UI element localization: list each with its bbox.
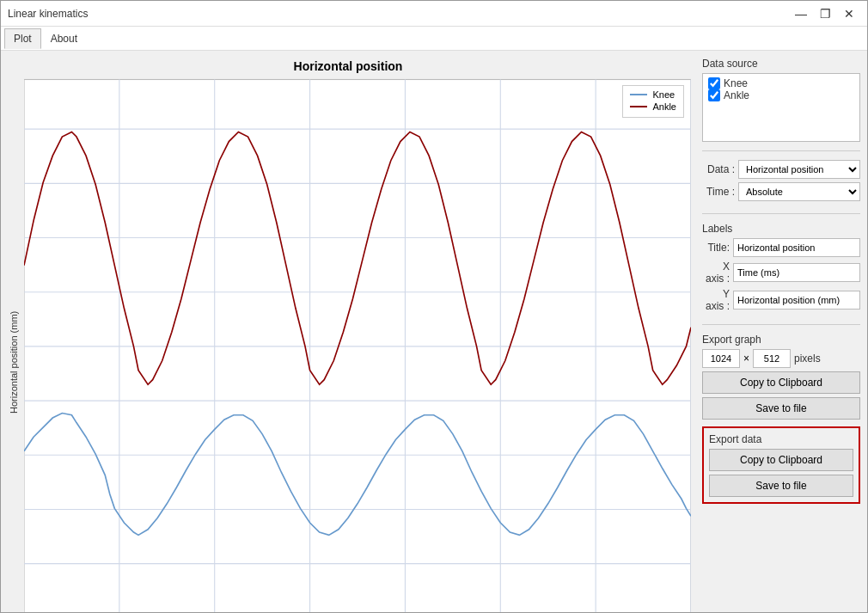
tab-plot[interactable]: Plot (4, 28, 41, 49)
chart-area: Horizontal position Horizontal position … (1, 51, 695, 612)
chart-legend: Knee Ankle (622, 85, 684, 118)
title-bar: Linear kinematics — ❐ ✕ (1, 1, 867, 27)
data-source-section: Data source Knee Ankle (702, 58, 860, 142)
maximize-button[interactable]: ❐ (814, 5, 836, 22)
knee-checkbox-item: Knee (708, 77, 854, 89)
copy-clipboard-graph-row: Copy to Clipboard (702, 371, 860, 394)
save-file-graph-button[interactable]: Save to file (702, 397, 860, 420)
knee-label: Knee (724, 77, 748, 89)
minimize-button[interactable]: — (790, 5, 812, 22)
divider-1 (702, 150, 860, 151)
save-file-data-row: Save to file (709, 475, 853, 497)
copy-clipboard-graph-button[interactable]: Copy to Clipboard (702, 371, 860, 394)
ankle-label: Ankle (724, 89, 749, 101)
legend-ankle: Ankle (630, 101, 676, 112)
main-content: Horizontal position Horizontal position … (1, 51, 867, 612)
time-field-label: Time : (702, 186, 735, 198)
legend-ankle-line (630, 106, 647, 107)
labels-section: Labels Title: X axis : Y axis : (702, 223, 860, 316)
chart-svg-area: Knee Ankle (24, 78, 691, 612)
ankle-checkbox-item: Ankle (708, 89, 854, 101)
chart-title: Horizontal position (5, 59, 691, 73)
export-size-row: × pixels (702, 349, 860, 368)
divider-2 (702, 213, 860, 214)
export-height-input[interactable] (753, 349, 791, 368)
yaxis-input[interactable] (733, 291, 860, 310)
data-time-section: Data : Horizontal position Time : Absolu… (702, 160, 860, 205)
divider-3 (702, 324, 860, 325)
main-window: Linear kinematics — ❐ ✕ Plot About Horiz… (0, 0, 868, 613)
title-input[interactable] (733, 238, 860, 257)
export-data-label: Export data (709, 433, 853, 445)
data-field-label: Data : (702, 163, 735, 175)
copy-clipboard-data-row: Copy to Clipboard (709, 449, 853, 471)
yaxis-field-label: Y axis : (702, 288, 730, 312)
title-field-label: Title: (702, 242, 730, 254)
knee-checkbox[interactable] (708, 77, 720, 89)
export-graph-section: Export graph × pixels Copy to Clipboard … (702, 334, 860, 420)
tab-about[interactable]: About (41, 28, 87, 49)
data-field-row: Data : Horizontal position (702, 160, 860, 179)
chart-container: Horizontal position (mm) Knee Ankle (5, 78, 691, 612)
chart-inner: Knee Ankle (24, 78, 691, 612)
close-button[interactable]: ✕ (838, 5, 860, 22)
export-width-input[interactable] (702, 349, 740, 368)
legend-knee-line (630, 94, 647, 95)
sidebar: Data source Knee Ankle Data : (695, 51, 867, 612)
pixels-label: pixels (794, 352, 821, 365)
time-select[interactable]: Absolute (738, 182, 860, 201)
times-icon: × (743, 352, 749, 365)
chart-svg: 1300 1250 1200 1150 1100 1050 1000 950 9… (24, 78, 691, 612)
data-source-label: Data source (702, 58, 860, 70)
title-field-row: Title: (702, 238, 860, 257)
svg-rect-0 (24, 79, 691, 612)
time-field-row: Time : Absolute (702, 182, 860, 201)
export-graph-label: Export graph (702, 334, 860, 346)
legend-knee: Knee (630, 89, 676, 100)
data-select[interactable]: Horizontal position (738, 160, 860, 179)
xaxis-input[interactable] (733, 263, 860, 282)
title-bar-controls: — ❐ ✕ (790, 5, 860, 22)
labels-section-label: Labels (702, 223, 860, 235)
y-axis-label: Horizontal position (mm) (5, 78, 22, 612)
export-data-section: Export data Copy to Clipboard Save to fi… (702, 426, 860, 504)
window-title: Linear kinematics (8, 8, 88, 20)
xaxis-field-label: X axis : (702, 261, 730, 285)
menu-bar: Plot About (1, 27, 867, 51)
legend-knee-label: Knee (652, 89, 675, 100)
title-bar-left: Linear kinematics (8, 8, 88, 20)
legend-ankle-label: Ankle (652, 101, 676, 112)
copy-clipboard-data-button[interactable]: Copy to Clipboard (709, 449, 853, 471)
data-source-box: Knee Ankle (702, 73, 860, 142)
ankle-checkbox[interactable] (708, 89, 720, 101)
save-file-data-button[interactable]: Save to file (709, 475, 853, 497)
save-file-graph-row: Save to file (702, 397, 860, 420)
xaxis-field-row: X axis : (702, 261, 860, 285)
yaxis-field-row: Y axis : (702, 288, 860, 312)
